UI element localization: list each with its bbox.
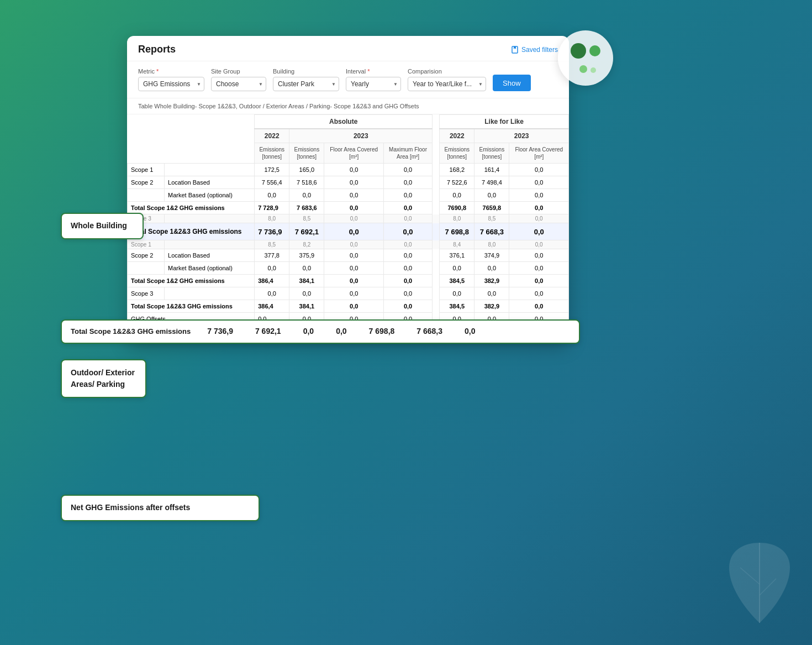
total-scope-values: 7 736,9 7 692,1 0,0 0,0 7 698,8 7 668,3 …	[207, 326, 475, 337]
year-2022-lfl: 2022	[440, 129, 474, 143]
total12-outdoor-floor1: 0,0	[324, 275, 383, 287]
col-abs-2023-floor: Floor Area Covered[m²]	[324, 143, 383, 164]
metric-required: *	[156, 68, 159, 75]
scope2-mb-outdoor-floor1: 0,0	[324, 262, 383, 275]
total12-outdoor-row: Total Scope 1&2 GHG emissions 386,4 384,…	[128, 275, 569, 287]
scope3-outdoor-abs2022: 0,0	[255, 287, 289, 300]
site-group-label: Site Group	[211, 68, 266, 75]
scope2-mb-outdoor-sep	[433, 262, 440, 275]
total123-outdoor-row: Total Scope 1&2&3 GHG emissions 386,4 38…	[128, 300, 569, 313]
leaf-decoration	[724, 540, 795, 628]
col-lfl-2023-floor: Floor Area Covered[m²]	[509, 143, 569, 164]
scope2-outdoor-label: Scope 2	[128, 249, 165, 262]
bookmark-icon	[511, 46, 519, 54]
scope3-wb-floor2: 0,0	[383, 214, 432, 223]
year-2023-lfl: 2023	[474, 129, 569, 143]
scope1-sublabel	[165, 164, 255, 176]
scope2-lb-outdoor-lfl2022: 376,1	[440, 249, 474, 262]
col-empty-2	[165, 143, 255, 164]
total12-outdoor-lfl2023: 382,9	[474, 275, 509, 287]
scope2-lb-outdoor-lflfloor: 0,0	[509, 249, 569, 262]
filters-row: Metric * GHG Emissions Site Group Choose	[127, 61, 569, 98]
scope2-mb-outdoor-label1	[128, 262, 165, 275]
col-abs-2022-em: Emissions[tonnes]	[255, 143, 289, 164]
scope2-label: Scope 2	[128, 176, 165, 189]
scope3-outdoor-sublabel	[165, 287, 255, 300]
total123-wb-lfl2022: 7 698,8	[440, 223, 474, 240]
callout-outdoor: Outdoor/ Exterior Areas/ Parking	[61, 359, 146, 398]
logo-dot-small1	[579, 65, 587, 73]
comparison-label: Comparision	[408, 68, 486, 75]
total12-outdoor-lflfloor: 0,0	[509, 275, 569, 287]
site-group-select[interactable]: Choose	[211, 77, 266, 91]
total12-outdoor-sep	[433, 275, 440, 287]
interval-select[interactable]: Yearly	[346, 77, 401, 91]
show-button[interactable]: Show	[493, 75, 531, 91]
callout-net-ghg: Net GHG Emissions after offsets	[61, 495, 260, 521]
scope1-label: Scope 1	[128, 164, 165, 176]
interval-required: *	[367, 68, 370, 75]
interval-label: Interval *	[346, 68, 401, 75]
scope1-maxfloor: 0,0	[383, 164, 432, 176]
scope2-lb-maxfloor: 0,0	[383, 176, 432, 189]
total12-outdoor-abs2022: 386,4	[255, 275, 289, 287]
scope2-lb-row: Scope 2 Location Based 7 556,4 7 518,6 0…	[128, 176, 569, 189]
scope2-mb-abs2023: 0,0	[289, 189, 324, 202]
scope1-outdoor-sep	[433, 240, 440, 249]
scope1-row: Scope 1 172,5 165,0 0,0 0,0 168,2 161,4 …	[128, 164, 569, 176]
building-select[interactable]: Cluster Park	[273, 77, 339, 91]
scope2-lb-lfl2022: 7 522,6	[440, 176, 474, 189]
scope3-outdoor-lflfloor: 0,0	[509, 287, 569, 300]
building-select-wrapper: Cluster Park	[273, 77, 339, 91]
scope2-lb-floor: 0,0	[324, 176, 383, 189]
interval-filter-group: Interval * Yearly	[346, 68, 401, 91]
scope2-lb-lfl2023: 7 498,4	[474, 176, 509, 189]
total12-row: Total Scope 1&2 GHG emissions 7 728,9 7 …	[128, 202, 569, 214]
year-sep	[433, 129, 440, 143]
total12-outdoor-lfl2022: 384,5	[440, 275, 474, 287]
scope3-outdoor-sep	[433, 287, 440, 300]
scope2-mb-outdoor-floor2: 0,0	[383, 262, 432, 275]
total123-outdoor-lfl2022: 384,5	[440, 300, 474, 313]
total123-wb-floor1: 0,0	[324, 223, 383, 240]
total-scope-floor1: 0,0	[303, 326, 314, 337]
total-scope-lfl2022: 7 698,8	[369, 326, 395, 337]
total123-outdoor-floor1: 0,0	[324, 300, 383, 313]
logo-dot-large	[571, 43, 586, 59]
scope2-mb-label1	[128, 189, 165, 202]
scope1-sep	[433, 164, 440, 176]
total123-wb-label: Total Scope 1&2&3 GHG emissions	[128, 223, 255, 240]
total123-wb-lfl2023: 7 668,3	[474, 223, 509, 240]
total123-outdoor-floor2: 0,0	[383, 300, 432, 313]
total123-outdoor-lfl2023: 382,9	[474, 300, 509, 313]
total12-sep	[433, 202, 440, 214]
total-scope-abs2022: 7 736,9	[207, 326, 233, 337]
scope2-lb-outdoor-row: Scope 2 Location Based 377,8 375,9 0,0 0…	[128, 249, 569, 262]
scope2-lb-outdoor-sep	[433, 249, 440, 262]
scope3-wb-lfl2023: 8,5	[474, 214, 509, 223]
callout-total-scope: Total Scope 1&2&3 GHG emissions 7 736,9 …	[61, 319, 580, 344]
total-scope-lfl2023: 7 668,3	[416, 326, 442, 337]
scope2-mb-outdoor-lfl2023: 0,0	[474, 262, 509, 275]
scope2-lb-outdoor-floor2: 0,0	[383, 249, 432, 262]
logo-bubble	[558, 30, 613, 86]
scope2-mb-lfl2022: 0,0	[440, 189, 474, 202]
scope2-mb-row: Market Based (optional) 0,0 0,0 0,0 0,0 …	[128, 189, 569, 202]
metric-select[interactable]: GHG Emissions	[138, 77, 204, 91]
scope2-mb-outdoor-row: Market Based (optional) 0,0 0,0 0,0 0,0 …	[128, 262, 569, 275]
total12-outdoor-floor2: 0,0	[383, 275, 432, 287]
scope3-outdoor-floor2: 0,0	[383, 287, 432, 300]
metric-select-wrapper: GHG Emissions	[138, 77, 204, 91]
scope1-abs2022: 172,5	[255, 164, 289, 176]
scope3-wb-row: Scope 3 8,0 8,5 0,0 0,0 8,0 8,5 0,0	[128, 214, 569, 223]
total12-lfl2023: 7659,8	[474, 202, 509, 214]
comparison-select[interactable]: Year to Year/Like f...	[408, 77, 486, 91]
interval-select-wrapper: Yearly	[346, 77, 401, 91]
saved-filters-button[interactable]: Saved filters	[511, 46, 558, 54]
scope3-outdoor-lfl2022: 0,0	[440, 287, 474, 300]
total123-wb-floor2: 0,0	[383, 223, 432, 240]
col-lfl-2022-em: Emissions[tonnes]	[440, 143, 474, 164]
scope3-outdoor-label: Scope 3	[128, 287, 165, 300]
scope3-wb-sep	[433, 214, 440, 223]
scope3-outdoor-lfl2023: 0,0	[474, 287, 509, 300]
